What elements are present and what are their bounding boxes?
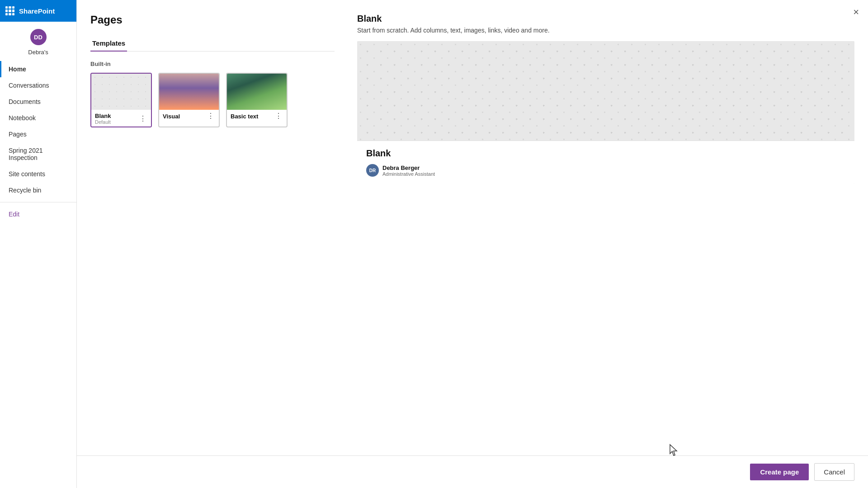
sidebar-item-pages[interactable]: Pages: [0, 126, 76, 142]
template-thumb-blank: [91, 74, 151, 110]
template-name-visual: Visual: [163, 113, 180, 120]
template-footer-basic: Basic text ⋮: [227, 110, 287, 122]
template-thumb-basic: [227, 74, 287, 110]
template-info-blank: Blank Default: [95, 113, 111, 125]
template-footer-visual: Visual ⋮: [159, 110, 219, 122]
preview-image: Blank DR Debra Berger Administrative Ass…: [357, 41, 854, 184]
left-navigation: SharePoint DD Debra's Home Conversations…: [0, 0, 77, 488]
sidebar-item-documents[interactable]: Documents: [0, 94, 76, 110]
preview-title: Blank: [357, 14, 854, 24]
modal-overlay: × Pages Templates Built-in: [77, 0, 868, 488]
tab-templates[interactable]: Templates: [90, 36, 127, 52]
preview-bottom: Blank DR Debra Berger Administrative Ass…: [357, 141, 854, 184]
author-info: Debra Berger Administrative Assistant: [382, 164, 435, 177]
template-footer-blank: Blank Default ⋮: [91, 110, 151, 127]
pages-title: Pages: [90, 14, 335, 26]
template-grid: Blank Default ⋮: [90, 73, 335, 127]
template-chooser: Pages Templates Built-in: [90, 14, 344, 455]
app-header: SharePoint: [0, 0, 76, 22]
template-card-visual[interactable]: Visual ⋮: [158, 73, 220, 127]
modal-footer: Create page Cancel: [77, 455, 868, 488]
sidebar-item-conversations[interactable]: Conversations: [0, 77, 76, 94]
template-info-basic: Basic text: [231, 113, 258, 120]
template-menu-basic[interactable]: ⋮: [274, 113, 283, 120]
template-preview: Blank Start from scratch. Add columns, t…: [344, 14, 868, 455]
template-subtitle-blank: Default: [95, 119, 111, 125]
template-name-blank: Blank: [95, 113, 111, 119]
visual-thumbnail: [159, 74, 219, 110]
template-info-visual: Visual: [163, 113, 180, 120]
cancel-button[interactable]: Cancel: [814, 463, 854, 481]
author-name: Debra Berger: [382, 164, 435, 171]
template-card-basic-text[interactable]: Basic text ⋮: [226, 73, 288, 127]
section-label: Built-in: [90, 61, 335, 67]
template-menu-blank[interactable]: ⋮: [138, 115, 147, 122]
sidebar-item-edit[interactable]: Edit: [0, 206, 76, 222]
nav-separator: [0, 202, 76, 202]
author-row: DR Debra Berger Administrative Assistant: [366, 164, 845, 177]
create-page-button[interactable]: Create page: [750, 464, 809, 480]
template-menu-visual[interactable]: ⋮: [206, 113, 215, 120]
blank-thumbnail: [91, 74, 151, 110]
avatar: DD: [30, 29, 47, 45]
sidebar-item-recycle-bin[interactable]: Recycle bin: [0, 182, 76, 198]
main-area: × Pages Templates Built-in: [77, 0, 868, 488]
nav-items: Home Conversations Documents Notebook Pa…: [0, 61, 76, 222]
author-avatar: DR: [366, 164, 379, 177]
close-button[interactable]: ×: [853, 6, 859, 18]
template-name-basic: Basic text: [231, 113, 258, 120]
preview-hex-background: [357, 41, 854, 141]
basic-thumbnail: [227, 74, 287, 110]
preview-description: Start from scratch. Add columns, text, i…: [357, 27, 854, 34]
modal-body: Pages Templates Built-in: [77, 0, 868, 455]
preview-page-title: Blank: [366, 148, 845, 159]
template-card-blank[interactable]: Blank Default ⋮: [90, 73, 152, 127]
brand-name: SharePoint: [19, 7, 55, 15]
apps-icon[interactable]: [5, 6, 14, 15]
sidebar-item-spring-inspection[interactable]: Spring 2021 Inspection: [0, 142, 76, 166]
template-thumb-visual: [159, 74, 219, 110]
user-display-name: Debra's: [0, 49, 76, 56]
modal-panel: × Pages Templates Built-in: [77, 0, 868, 488]
tabs: Templates: [90, 35, 335, 52]
author-role: Administrative Assistant: [382, 171, 435, 177]
sidebar-item-notebook[interactable]: Notebook: [0, 110, 76, 126]
sidebar-item-site-contents[interactable]: Site contents: [0, 166, 76, 182]
sidebar-item-home[interactable]: Home: [0, 61, 76, 77]
